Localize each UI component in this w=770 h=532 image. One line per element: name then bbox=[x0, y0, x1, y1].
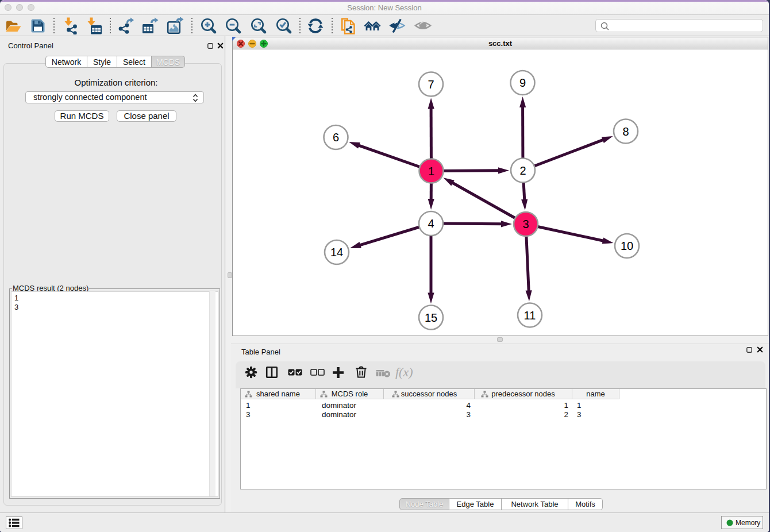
svg-text:6: 6 bbox=[333, 131, 339, 144]
svg-text:10: 10 bbox=[621, 240, 633, 252]
svg-text:7: 7 bbox=[428, 78, 434, 91]
svg-text:3: 3 bbox=[522, 218, 529, 230]
svg-text:14: 14 bbox=[330, 246, 343, 259]
svg-text:1: 1 bbox=[428, 165, 434, 178]
svg-text:15: 15 bbox=[425, 311, 437, 324]
svg-text:9: 9 bbox=[519, 76, 526, 89]
svg-text:4: 4 bbox=[428, 217, 434, 230]
svg-text:2: 2 bbox=[519, 164, 526, 177]
svg-text:8: 8 bbox=[622, 125, 629, 138]
svg-text:11: 11 bbox=[524, 309, 536, 322]
